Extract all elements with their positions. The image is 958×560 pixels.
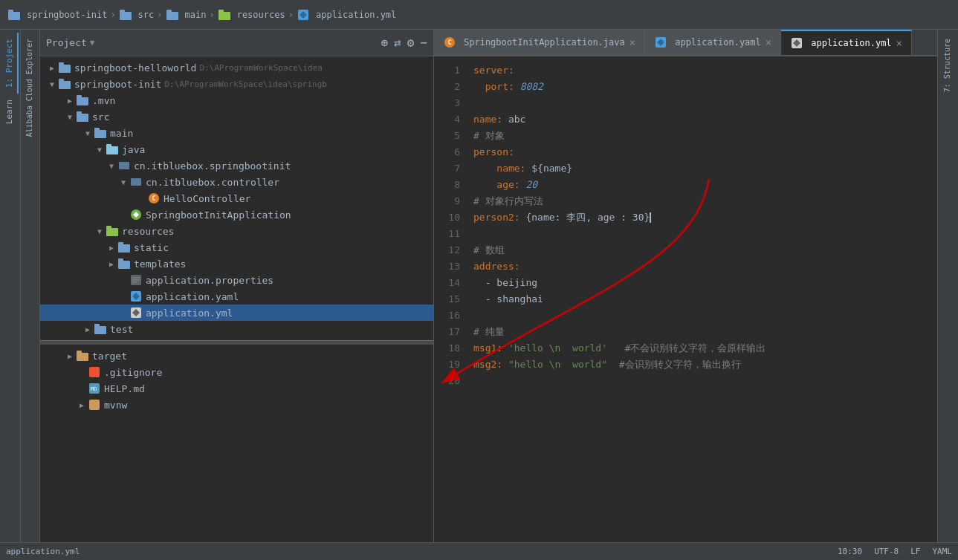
tree-item-helpmd[interactable]: MD HELP.md [40, 380, 433, 397]
tree-item-java[interactable]: ▼ java [40, 141, 433, 157]
expand-arrow: ▼ [106, 162, 117, 170]
code-line-12: # 数组 [473, 242, 937, 258]
line-separator: LF [910, 547, 920, 556]
breadcrumb-main[interactable]: main [185, 10, 207, 20]
svg-rect-22 [119, 162, 129, 169]
sidebar-item-structure[interactable]: 7: Structure [939, 33, 957, 98]
panel-header: Project ▼ ⊕ ⇄ ⚙ − [40, 30, 433, 56]
close-panel-icon[interactable]: − [420, 36, 427, 50]
tab-close-yaml1[interactable]: × [766, 36, 771, 48]
tree-item-static[interactable]: ▶ static [40, 239, 433, 255]
svg-rect-3 [120, 10, 125, 13]
code-line-8: age: 20 [473, 177, 937, 193]
tree-item-package-root[interactable]: ▼ cn.itbluebox.springbootinit [40, 157, 433, 174]
breadcrumb-src[interactable]: src [138, 10, 155, 20]
springboot-icon [129, 209, 143, 220]
tab-close-springboot[interactable]: × [630, 36, 635, 48]
breadcrumb-bar: springboot-init › src › main › resources… [0, 0, 958, 30]
tree-item-target[interactable]: ▶ target [40, 348, 433, 364]
tree-item-templates[interactable]: ▶ templates [40, 255, 433, 272]
code-line-19: msg2: "hello \n world" #会识别转义字符，输出换行 [473, 356, 937, 373]
tab-bar: C SpringbootInitApplication.java × appli… [434, 30, 937, 56]
templates-folder-icon [117, 258, 131, 269]
main-layout: 1: Project Learn Alibaba Cloud Explorer … [0, 30, 958, 542]
svg-rect-41 [77, 353, 88, 361]
breadcrumb-file[interactable]: application.yml [316, 10, 396, 20]
cursor-position: 10:30 [838, 547, 862, 556]
tree-item-app-yml[interactable]: application.yml [40, 305, 433, 321]
code-line-3 [473, 95, 937, 111]
tree-item-gitignore[interactable]: .gitignore [40, 364, 433, 380]
src-folder-icon [76, 111, 89, 122]
project-icon [58, 79, 71, 89]
tree-item-hellocontroller[interactable]: C HelloController [40, 190, 433, 206]
svg-rect-23 [131, 178, 141, 186]
tree-item-mvn[interactable]: ▶ .mvn [40, 92, 433, 108]
tree-item-init[interactable]: ▼ springboot-init D:\AProgramWorkSpace\i… [40, 76, 433, 92]
tree-item-src[interactable]: ▼ src [40, 108, 433, 125]
mvnw-icon [88, 400, 101, 410]
code-line-6: person: [473, 144, 937, 160]
expand-arrow: ▶ [106, 244, 117, 252]
code-line-13: address: [473, 258, 937, 275]
yaml-active-file-icon [129, 307, 143, 318]
code-line-20 [473, 373, 937, 389]
expand-arrow: ▶ [82, 325, 94, 333]
svg-rect-17 [77, 111, 82, 114]
sidebar-item-cloud[interactable]: Alibaba Cloud Explorer [22, 33, 39, 143]
main-folder-icon [166, 10, 179, 20]
svg-rect-10 [59, 65, 71, 73]
code-editor[interactable]: server: port: 8082 name: abc # 对象 person… [467, 56, 937, 542]
tab-yml-icon [790, 38, 803, 48]
expand-arrow: ▶ [64, 352, 76, 360]
tree-item-app-props[interactable]: application.properties [40, 272, 433, 288]
tab-yaml-icon [654, 37, 667, 48]
code-line-11 [473, 226, 937, 242]
svg-rect-27 [118, 244, 130, 253]
breadcrumb-resources[interactable]: resources [237, 10, 285, 20]
expand-arrow: ▶ [76, 401, 88, 409]
tab-app-yml[interactable]: application.yml × [781, 30, 912, 55]
breadcrumb-project[interactable]: springboot-init [27, 10, 107, 20]
svg-rect-4 [166, 12, 178, 20]
tab-app-yaml[interactable]: application.yaml × [645, 30, 781, 55]
svg-rect-7 [219, 10, 224, 13]
code-line-10: person2: {name: 李四, age : 30} [473, 209, 937, 226]
code-line-2: port: 8082 [473, 79, 937, 95]
layout-icon[interactable]: ⇄ [394, 36, 401, 50]
settings-icon[interactable]: ⚙ [407, 36, 415, 50]
expand-arrow: ▼ [94, 227, 106, 235]
tab-springboot-app[interactable]: C SpringbootInitApplication.java × [434, 30, 645, 55]
sidebar-item-project[interactable]: 1: Project [1, 33, 19, 94]
sidebar-item-learn[interactable]: Learn [1, 94, 19, 130]
package-icon [117, 160, 131, 171]
editor-content[interactable]: 1 2 3 4 5 6 7 8 9 10 11 12 13 14 15 16 1 [434, 56, 937, 542]
tab-close-yml[interactable]: × [896, 37, 902, 49]
tree-item-controller-pkg[interactable]: ▼ cn.itbluebox.controller [40, 174, 433, 190]
svg-rect-2 [120, 12, 132, 20]
project-icon [58, 62, 71, 73]
expand-arrow: ▶ [64, 97, 76, 105]
tree-item-app-yaml[interactable]: application.yaml [40, 288, 433, 305]
tree-item-main[interactable]: ▼ main [40, 125, 433, 141]
svg-rect-16 [77, 114, 88, 122]
svg-rect-46 [89, 400, 100, 410]
svg-rect-40 [94, 324, 100, 327]
static-folder-icon [117, 242, 131, 253]
code-line-1: server: [473, 62, 937, 79]
tree-item-test[interactable]: ▶ test [40, 321, 433, 337]
tree-item-mvnw[interactable]: ▶ mvnw [40, 397, 433, 413]
expand-arrow: ▼ [64, 113, 76, 121]
expand-arrow: ▶ [106, 260, 117, 268]
svg-rect-21 [106, 144, 111, 147]
locate-file-icon[interactable]: ⊕ [381, 36, 388, 50]
yaml-file-icon [297, 10, 310, 20]
svg-rect-18 [94, 130, 106, 138]
folder-icon [76, 95, 89, 105]
tree-item-springbootapp[interactable]: SpringbootInitApplication [40, 206, 433, 223]
tree-item-helloworld[interactable]: ▶ springboot-helloworld D:\AProgramWorkS… [40, 59, 433, 76]
expand-arrow: ▼ [82, 129, 94, 137]
expand-arrow: ▼ [117, 178, 129, 186]
code-line-16 [473, 307, 937, 324]
tree-item-resources[interactable]: ▼ resources [40, 223, 433, 239]
